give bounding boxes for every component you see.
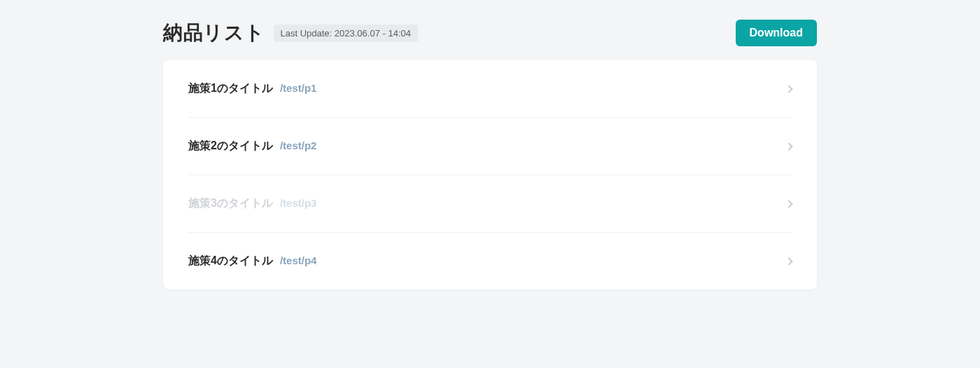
page-title: 納品リスト	[163, 20, 265, 46]
chevron-right-icon	[785, 200, 792, 207]
list-item-path: /test/p1	[280, 82, 317, 94]
last-update-badge: Last Update: 2023.06.07 - 14:04	[274, 25, 418, 42]
list-item[interactable]: 施策1のタイトル /test/p1	[188, 60, 792, 118]
list-item-path: /test/p2	[280, 139, 317, 151]
header-left: 納品リスト Last Update: 2023.06.07 - 14:04	[163, 20, 418, 46]
list-item-content: 施策4のタイトル /test/p4	[188, 254, 316, 268]
list-item-content: 施策2のタイトル /test/p2	[188, 139, 316, 154]
chevron-right-icon	[785, 85, 792, 93]
delivery-list-card: 施策1のタイトル /test/p1 施策2のタイトル /test/p2 施策3の…	[163, 60, 817, 289]
page-header: 納品リスト Last Update: 2023.06.07 - 14:04 Do…	[163, 20, 817, 46]
list-item[interactable]: 施策4のタイトル /test/p4	[188, 233, 792, 289]
list-item[interactable]: 施策2のタイトル /test/p2	[188, 118, 792, 175]
chevron-right-icon	[785, 257, 792, 265]
list-item-title: 施策3のタイトル	[188, 196, 273, 211]
list-item-path: /test/p4	[280, 254, 317, 266]
list-item-title: 施策1のタイトル	[188, 81, 273, 96]
list-item-title: 施策4のタイトル	[188, 254, 273, 268]
list-item-title: 施策2のタイトル	[188, 139, 273, 154]
chevron-right-icon	[785, 142, 792, 150]
list-item[interactable]: 施策3のタイトル /test/p3	[188, 175, 792, 233]
list-item-content: 施策1のタイトル /test/p1	[188, 81, 316, 96]
list-item-path: /test/p3	[280, 197, 317, 209]
download-button[interactable]: Download	[736, 20, 817, 46]
list-item-content: 施策3のタイトル /test/p3	[188, 196, 316, 211]
